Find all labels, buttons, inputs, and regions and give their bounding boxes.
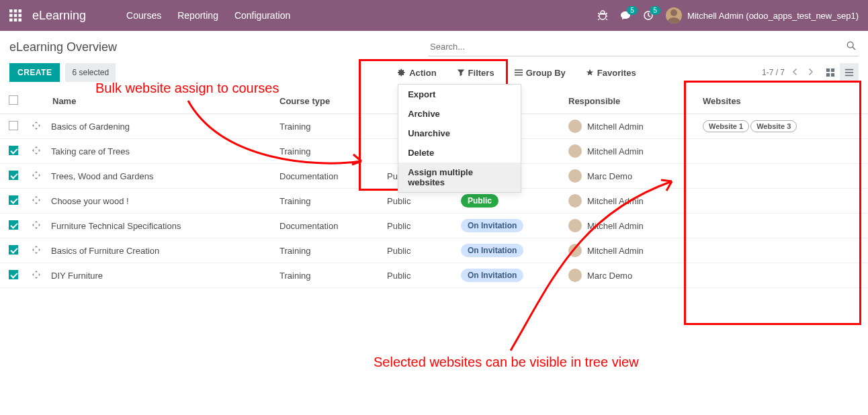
pager-prev[interactable] (791, 68, 799, 78)
favorites-dropdown[interactable]: Favorites (586, 68, 636, 78)
table-row[interactable]: Basics of Furniture Creation Training Pu… (0, 238, 868, 263)
svg-rect-7 (14, 19, 17, 22)
activities-count: 5 (650, 6, 660, 15)
table-row[interactable]: DIY Furniture Training Public On Invitat… (0, 263, 868, 288)
svg-rect-4 (14, 14, 17, 17)
action-export[interactable]: Export (398, 85, 521, 104)
row-name[interactable]: Basics of Furniture Creation (46, 238, 274, 263)
avatar-icon (568, 169, 582, 183)
row-name[interactable]: Furniture Technical Specifications (46, 214, 274, 238)
avatar-icon (568, 219, 582, 232)
select-all-checkbox[interactable] (9, 95, 18, 105)
svg-rect-18 (845, 72, 853, 73)
drag-handle-icon[interactable] (32, 196, 40, 206)
svg-rect-15 (826, 73, 830, 77)
svg-rect-1 (14, 9, 17, 13)
page-title: eLearning Overview (9, 40, 117, 54)
drag-handle-icon[interactable] (32, 221, 40, 231)
subheader: eLearning Overview (0, 31, 868, 59)
row-checkbox[interactable] (9, 270, 18, 279)
row-websites (697, 214, 868, 238)
pager-next[interactable] (806, 68, 814, 78)
policy-pill: On Invitation (461, 269, 523, 282)
pager: 1-7 / 7 (762, 68, 814, 78)
row-name[interactable]: Basics of Gardening (46, 114, 274, 139)
row-access: Public (382, 214, 455, 238)
apps-icon[interactable] (9, 9, 21, 21)
search-input[interactable] (429, 38, 859, 56)
groupby-dropdown[interactable]: Group By (515, 68, 566, 78)
view-switch (821, 63, 859, 82)
drag-handle-icon[interactable] (32, 171, 40, 181)
row-checkbox[interactable] (9, 146, 18, 155)
row-checkbox[interactable] (9, 195, 18, 205)
th-type[interactable]: Course type (274, 89, 382, 114)
avatar-icon (568, 120, 582, 133)
drag-handle-icon[interactable] (32, 122, 40, 132)
brand-label[interactable]: eLearning (32, 9, 86, 23)
svg-rect-0 (9, 9, 13, 13)
website-tag[interactable]: Website 1 (703, 120, 749, 132)
avatar-icon (568, 144, 582, 158)
row-checkbox[interactable] (9, 171, 18, 180)
selection-count: 6 selected (65, 63, 116, 82)
nav-courses[interactable]: Courses (126, 10, 161, 21)
drag-handle-icon[interactable] (32, 246, 40, 256)
search-icon[interactable] (847, 41, 856, 52)
messages-icon[interactable]: 5 (620, 10, 631, 21)
gear-icon (398, 68, 406, 77)
website-tag[interactable]: Website 3 (750, 120, 797, 132)
drag-handle-icon[interactable] (32, 271, 40, 281)
list-view[interactable] (840, 63, 859, 82)
row-type: Documentation (274, 214, 382, 238)
svg-rect-14 (831, 68, 834, 72)
nav-configuration[interactable]: Configuration (234, 10, 290, 21)
row-access: Public (382, 238, 455, 263)
table-row[interactable]: Furniture Technical Specifications Docum… (0, 214, 868, 238)
row-responsible[interactable]: Marc Demo (568, 269, 692, 282)
action-assign-websites[interactable]: Assign multiple websites (398, 163, 521, 192)
controls-row: CREATE 6 selected Action Export Archive … (0, 59, 868, 89)
debug-icon[interactable] (597, 9, 608, 22)
th-name[interactable]: Name (46, 89, 274, 114)
th-responsible[interactable]: Responsible (563, 89, 697, 114)
avatar-icon (568, 194, 582, 208)
action-dropdown[interactable]: Action Export Archive Unarchive Delete A… (398, 68, 436, 78)
avatar-icon (568, 269, 582, 282)
row-checkbox[interactable] (9, 121, 18, 130)
row-responsible[interactable]: Mitchell Admin (568, 194, 692, 208)
row-responsible[interactable]: Mitchell Admin (568, 120, 692, 133)
row-access: Public (382, 263, 455, 288)
action-unarchive[interactable]: Unarchive (398, 124, 521, 143)
th-websites[interactable]: Websites (697, 89, 868, 114)
nav-reporting[interactable]: Reporting (177, 10, 218, 21)
row-checkbox[interactable] (9, 220, 18, 230)
svg-rect-2 (19, 9, 22, 13)
policy-pill: On Invitation (461, 219, 523, 232)
row-responsible[interactable]: Mitchell Admin (568, 144, 692, 158)
filters-dropdown[interactable]: Filters (457, 68, 494, 78)
user-menu[interactable]: Mitchell Admin (odoo_apps_test_new_sep1) (666, 7, 859, 24)
row-websites (697, 164, 868, 189)
action-menu: Export Archive Unarchive Delete Assign m… (398, 84, 521, 193)
annotation-tree: Selected websites can be visible in tree… (374, 355, 639, 370)
row-name[interactable]: Taking care of Trees (46, 139, 274, 164)
row-responsible[interactable]: Mitchell Admin (568, 244, 692, 257)
create-button[interactable]: CREATE (9, 63, 60, 82)
action-archive[interactable]: Archive (398, 104, 521, 124)
row-type: Training (274, 263, 382, 288)
row-name[interactable]: DIY Furniture (46, 263, 274, 288)
row-responsible[interactable]: Mitchell Admin (568, 219, 692, 232)
row-checkbox[interactable] (9, 245, 18, 255)
messages-count: 5 (627, 6, 638, 15)
activities-icon[interactable]: 5 (643, 10, 654, 21)
row-responsible[interactable]: Marc Demo (568, 169, 692, 183)
row-policy: On Invitation (455, 238, 563, 263)
row-name[interactable]: Choose your wood ! (46, 189, 274, 214)
row-type: Training (274, 189, 382, 214)
drag-handle-icon[interactable] (32, 146, 40, 156)
svg-point-10 (670, 9, 677, 16)
row-name[interactable]: Trees, Wood and Gardens (46, 164, 274, 189)
action-delete[interactable]: Delete (398, 143, 521, 163)
kanban-view[interactable] (821, 63, 840, 82)
